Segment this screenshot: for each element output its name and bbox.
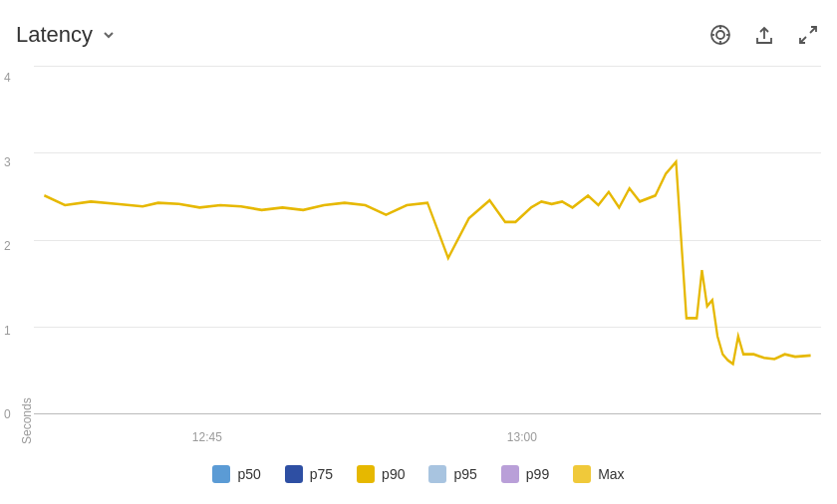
- line-p90-max: [44, 162, 810, 365]
- y-label-4: 4: [4, 72, 11, 84]
- dashboard-panel: Latency: [0, 0, 837, 504]
- panel-header: Latency: [16, 12, 821, 58]
- legend-swatch-p90: [357, 465, 375, 483]
- panel-title: Latency: [16, 22, 93, 48]
- legend-label-p75: p75: [310, 466, 333, 482]
- legend-item-p95: p95: [428, 465, 476, 483]
- legend-swatch-p75: [285, 465, 303, 483]
- svg-line-8: [800, 37, 806, 43]
- legend-label-max: Max: [598, 466, 624, 482]
- legend-item-p99: p99: [501, 465, 549, 483]
- y-label-3: 3: [4, 156, 11, 168]
- legend-label-p99: p99: [526, 466, 549, 482]
- chart-canvas: 4 3 2 1 0 12:45 13:00: [34, 66, 821, 444]
- x-label-1300: 13:00: [507, 430, 537, 444]
- chevron-down-icon[interactable]: [101, 27, 117, 43]
- x-label-1245: 12:45: [192, 430, 222, 444]
- export-icon[interactable]: [751, 22, 777, 48]
- expand-icon[interactable]: [795, 22, 821, 48]
- legend-item-max: Max: [573, 465, 624, 483]
- y-label-0: 0: [4, 408, 11, 420]
- legend-swatch-max: [573, 465, 591, 483]
- legend-swatch-p99: [501, 465, 519, 483]
- y-axis-label: Seconds: [16, 66, 34, 444]
- chart-svg: [34, 66, 821, 414]
- y-label-2: 2: [4, 240, 11, 252]
- refresh-icon[interactable]: [707, 22, 733, 48]
- svg-point-1: [716, 31, 724, 39]
- title-area: Latency: [16, 22, 117, 48]
- legend-swatch-p95: [428, 465, 446, 483]
- chart-inner: 4 3 2 1 0 12:45 13:00: [34, 66, 821, 444]
- legend-item-p50: p50: [212, 465, 260, 483]
- legend-label-p50: p50: [237, 466, 260, 482]
- y-axis-labels: 4 3 2 1 0: [4, 66, 11, 414]
- legend-item-p75: p75: [285, 465, 333, 483]
- legend-label-p90: p90: [382, 466, 405, 482]
- legend-item-p90: p90: [357, 465, 405, 483]
- y-label-1: 1: [4, 325, 11, 337]
- toolbar: [707, 22, 821, 48]
- chart-legend: p50 p75 p90 p95 p99 Max: [16, 448, 821, 492]
- legend-label-p95: p95: [453, 466, 476, 482]
- x-axis-labels: 12:45 13:00: [34, 414, 821, 444]
- chart-area: Seconds 4 3 2 1 0: [16, 66, 821, 448]
- legend-swatch-p50: [212, 465, 230, 483]
